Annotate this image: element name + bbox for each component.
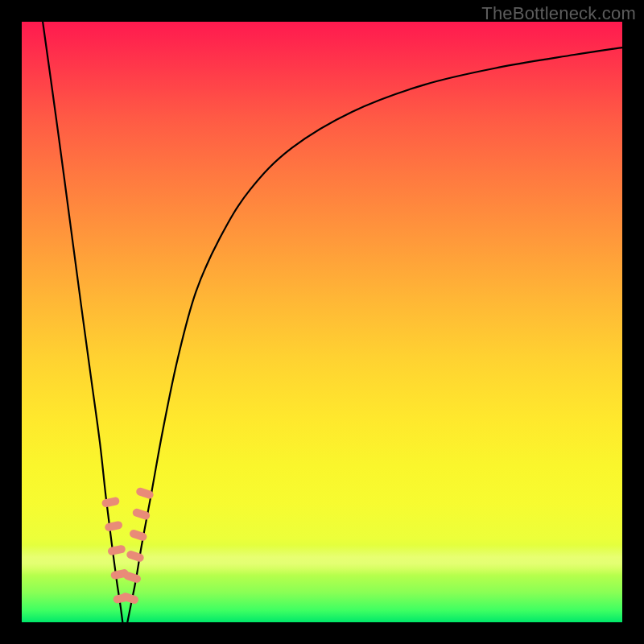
marker-markers-left-1 [104, 520, 123, 531]
curve-left-branch [43, 22, 122, 622]
chart-frame: TheBottleneck.com [0, 0, 644, 644]
watermark-text: TheBottleneck.com [481, 3, 636, 24]
curve-right-branch [127, 47, 622, 622]
marker-markers-left-0 [101, 497, 121, 508]
series-lines [43, 22, 622, 622]
series-markers [101, 486, 155, 605]
marker-markers-right-2 [126, 550, 145, 563]
marker-markers-right-1 [122, 571, 142, 584]
marker-markers-left-2 [107, 544, 126, 555]
marker-markers-right-0 [120, 592, 139, 605]
curves-svg [22, 22, 622, 622]
plot-area [22, 22, 622, 622]
